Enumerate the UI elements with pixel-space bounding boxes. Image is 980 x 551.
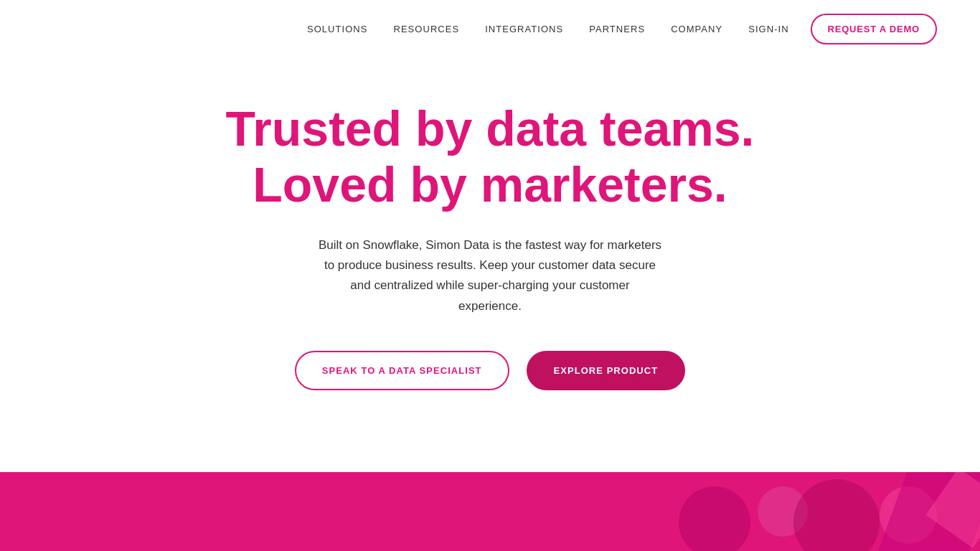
nav-item-partners[interactable]: PARTNERS [589,22,645,35]
hero-title-line1: Trusted by data teams. [226,101,755,156]
nav-item-sign-in[interactable]: SIGN-IN [748,22,788,35]
nav-link-resources[interactable]: RESOURCES [393,24,459,34]
nav-item-solutions[interactable]: SOLUTIONS [307,22,368,35]
explore-product-button[interactable]: EXPLORE PRODUCT [527,351,686,390]
nav-item-resources[interactable]: RESOURCES [393,22,459,35]
nav-link-solutions[interactable]: SOLUTIONS [307,24,368,34]
speak-to-specialist-button[interactable]: SPEAK TO A DATA SPECIALIST [295,351,509,390]
hero-buttons: SPEAK TO A DATA SPECIALIST EXPLORE PRODU… [295,351,685,390]
main-nav: SOLUTIONS RESOURCES INTEGRATIONS PARTNER… [0,0,980,57]
nav-item-integrations[interactable]: INTEGRATIONS [485,22,563,35]
hero-subtitle: Built on Snowflake, Simon Data is the fa… [318,235,662,316]
request-demo-button[interactable]: REQUEST A DEMO [811,14,937,44]
hero-title-line2: Loved by marketers. [253,157,727,212]
decorative-circle-1 [679,486,750,551]
bottom-banner [0,472,980,551]
hero-section: Trusted by data teams. Loved by marketer… [0,57,980,419]
nav-item-company[interactable]: COMPANY [671,22,722,35]
decorative-circle-3 [793,479,880,551]
nav-links: SOLUTIONS RESOURCES INTEGRATIONS PARTNER… [307,22,789,35]
nav-link-sign-in[interactable]: SIGN-IN [748,24,788,34]
nav-link-integrations[interactable]: INTEGRATIONS [485,24,563,34]
nav-link-company[interactable]: COMPANY [671,24,722,34]
nav-link-partners[interactable]: PARTNERS [589,24,645,34]
hero-title: Trusted by data teams. Loved by marketer… [226,100,755,212]
